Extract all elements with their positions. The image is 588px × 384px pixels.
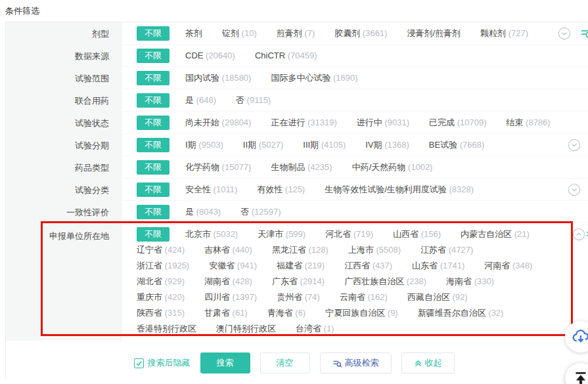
filter-search-icon[interactable] bbox=[585, 228, 588, 242]
filter-option[interactable]: 四川省 (1397) bbox=[204, 291, 257, 303]
filter-option[interactable]: 辽宁省 (424) bbox=[137, 244, 185, 256]
filter-option-selected[interactable]: 不限 bbox=[137, 182, 170, 197]
filter-option[interactable]: ChiCTR (70459) bbox=[255, 51, 317, 60]
option-count: (929) bbox=[162, 276, 185, 286]
filter-option[interactable]: 福建省 (219) bbox=[277, 260, 325, 272]
cloud-download-icon bbox=[571, 327, 588, 347]
filter-option-selected[interactable]: 不限 bbox=[137, 227, 170, 242]
filter-option[interactable]: 陕西省 (315) bbox=[137, 307, 185, 319]
filter-option[interactable]: 山西省 (156) bbox=[393, 228, 441, 240]
advanced-search-button[interactable]: 高级检索 bbox=[320, 352, 392, 373]
filter-option-selected[interactable]: 不限 bbox=[137, 49, 170, 63]
filter-option[interactable]: 台湾省 (1) bbox=[296, 323, 334, 335]
chevron-down-circle-icon[interactable] bbox=[568, 139, 581, 152]
option-count: (6) bbox=[293, 308, 306, 318]
filter-label: 试验范围 bbox=[6, 67, 122, 89]
filter-option[interactable]: 尚未开始 (29804) bbox=[185, 117, 251, 129]
clear-button[interactable]: 清空 bbox=[260, 352, 310, 373]
hide-after-search-checkbox[interactable]: 搜索后隐藏 bbox=[134, 357, 191, 369]
filter-option[interactable]: 否 (9115) bbox=[236, 95, 271, 106]
option-count: (12597) bbox=[249, 207, 281, 217]
filter-option[interactable]: 甘肃省 (61) bbox=[204, 307, 248, 319]
double-chevron-up-icon bbox=[414, 359, 422, 368]
filter-option[interactable]: 生物制品 (4235) bbox=[271, 161, 332, 173]
filter-option[interactable]: 江苏省 (4727) bbox=[420, 244, 473, 256]
option-count: (21) bbox=[512, 229, 530, 239]
filter-option[interactable]: 天津市 (599) bbox=[258, 228, 305, 240]
filter-option[interactable]: 进行中 (9031) bbox=[357, 117, 409, 129]
option-count: (10709) bbox=[455, 117, 486, 127]
filter-option[interactable]: 上海市 (5508) bbox=[348, 244, 401, 256]
filter-option[interactable]: 重庆市 (420) bbox=[137, 291, 185, 303]
filter-option[interactable]: 黑龙江省 (128) bbox=[272, 244, 328, 256]
filter-option[interactable]: 青海省 (6) bbox=[267, 307, 306, 319]
filter-option[interactable]: 颗粒剂 (727) bbox=[480, 28, 528, 39]
filter-option[interactable]: I期 (9503) bbox=[185, 139, 223, 151]
filter-option[interactable]: 有效性 (125) bbox=[257, 184, 305, 196]
filter-option[interactable]: 新疆维吾尔自治区 (32) bbox=[418, 307, 504, 319]
filter-option[interactable]: 锭剂 (10) bbox=[222, 28, 257, 39]
filter-option-selected[interactable]: 不限 bbox=[137, 71, 170, 85]
filter-option[interactable]: 是 (648) bbox=[185, 95, 216, 106]
filter-option[interactable]: III期 (4105) bbox=[303, 139, 346, 151]
filter-option[interactable]: 香港特别行政区 bbox=[137, 323, 196, 335]
search-button[interactable]: 搜索 bbox=[200, 352, 250, 373]
filter-option-selected[interactable]: 不限 bbox=[137, 93, 170, 108]
filter-option[interactable]: 生物等效性试验/生物利用度试验 (8328) bbox=[325, 184, 474, 196]
filter-label: 试验分期 bbox=[6, 134, 122, 156]
filter-option[interactable]: 是 (8043) bbox=[185, 206, 221, 218]
filter-option[interactable]: 安徽省 (941) bbox=[209, 260, 257, 272]
filter-option[interactable]: 茶剂 bbox=[185, 28, 202, 39]
filter-option[interactable]: 安全性 (1011) bbox=[185, 184, 237, 196]
filter-option[interactable]: 煎膏剂 (7) bbox=[277, 28, 315, 39]
filter-option-selected[interactable]: 不限 bbox=[137, 116, 170, 130]
filter-option[interactable]: II期 (5027) bbox=[243, 139, 283, 151]
filter-option[interactable]: 吉林省 (440) bbox=[204, 244, 252, 256]
checkbox-checked-icon[interactable] bbox=[134, 358, 144, 368]
filter-option[interactable]: 北京市 (5032) bbox=[185, 228, 238, 240]
filter-option[interactable]: 浙江省 (1925) bbox=[137, 260, 189, 272]
chevron-up-circle-icon[interactable] bbox=[572, 228, 585, 241]
filter-option[interactable]: 海南省 (330) bbox=[446, 276, 494, 288]
filter-option[interactable]: 西藏自治区 (92) bbox=[407, 291, 468, 303]
filter-option[interactable]: 国际多中心试验 (1690) bbox=[271, 72, 357, 84]
filter-option-selected[interactable]: 不限 bbox=[137, 138, 170, 152]
filter-label: 试验状态 bbox=[6, 112, 122, 134]
filter-option[interactable]: 河南省 (348) bbox=[484, 260, 532, 272]
back-to-top-icon bbox=[572, 370, 588, 384]
filter-option[interactable]: 否 (12597) bbox=[240, 206, 281, 218]
filter-option[interactable]: 中药/天然药物 (1002) bbox=[352, 161, 433, 173]
filter-option[interactable]: 正在进行 (31319) bbox=[271, 117, 336, 129]
filter-option[interactable]: 贵州省 (74) bbox=[277, 291, 320, 303]
filter-option[interactable]: 胶囊剂 (3661) bbox=[334, 28, 387, 39]
filter-option[interactable]: 结束 (8786) bbox=[506, 117, 550, 129]
collapse-button[interactable]: 收起 bbox=[401, 352, 455, 373]
filter-option-selected[interactable]: 不限 bbox=[137, 205, 170, 219]
chevron-down-circle-icon[interactable] bbox=[558, 27, 571, 40]
filter-search-icon[interactable] bbox=[580, 27, 588, 40]
filter-option[interactable]: 广东省 (2914) bbox=[272, 276, 325, 288]
filter-option[interactable]: 云南省 (162) bbox=[340, 291, 388, 303]
filter-option[interactable]: 山东省 (1741) bbox=[412, 260, 464, 272]
filter-option[interactable]: 内蒙古自治区 (21) bbox=[461, 228, 530, 240]
chevron-down-circle-icon[interactable] bbox=[568, 183, 581, 196]
filter-option[interactable]: 澳门特别行政区 bbox=[216, 323, 276, 335]
filter-option[interactable]: IV期 (1368) bbox=[365, 139, 409, 151]
option-count: (18580) bbox=[219, 73, 251, 83]
filter-option[interactable]: 宁夏回族自治区 (9) bbox=[325, 307, 398, 319]
filter-option[interactable]: 河北省 (719) bbox=[325, 228, 373, 240]
filter-option-selected[interactable]: 不限 bbox=[137, 160, 170, 175]
filter-option[interactable]: CDE (20640) bbox=[185, 51, 235, 60]
filter-option[interactable]: 江西省 (437) bbox=[344, 260, 392, 272]
filter-option[interactable]: 广西壮族自治区 (238) bbox=[344, 276, 426, 288]
filter-row: 药品类型不限化学药物 (15077)生物制品 (4235)中药/天然药物 (10… bbox=[6, 156, 588, 179]
filter-option[interactable]: BE试验 (7668) bbox=[429, 139, 485, 151]
filter-option[interactable]: 湖北省 (929) bbox=[137, 276, 185, 288]
filter-option[interactable]: 已完成 (10709) bbox=[429, 117, 486, 129]
filter-option-selected[interactable]: 不限 bbox=[137, 26, 170, 41]
filter-option[interactable]: 浸膏剂/煎膏剂 bbox=[407, 28, 461, 39]
filter-option[interactable]: 国内试验 (18580) bbox=[185, 72, 251, 84]
filter-option[interactable]: 湖南省 (428) bbox=[204, 276, 252, 288]
option-count: (727) bbox=[506, 28, 528, 38]
filter-option[interactable]: 化学药物 (15077) bbox=[185, 161, 251, 173]
